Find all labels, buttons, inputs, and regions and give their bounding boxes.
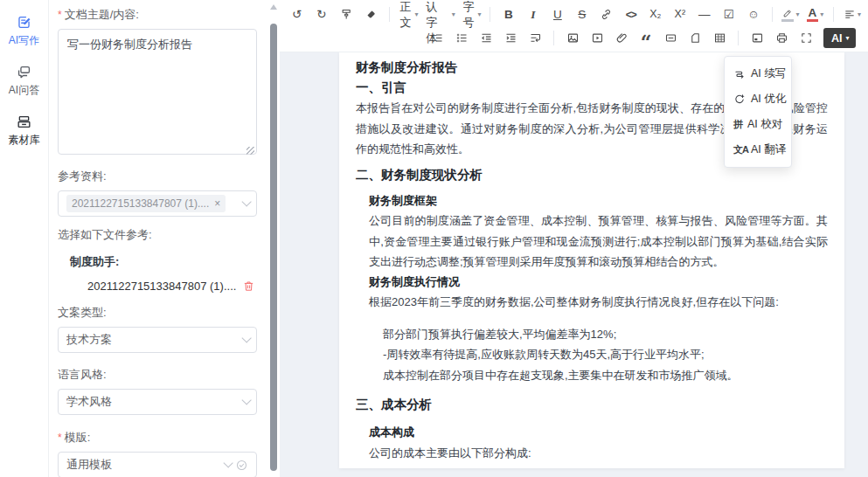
template-select[interactable]: 通用模板 — [58, 452, 257, 477]
link-button[interactable] — [596, 4, 617, 24]
emoji-button[interactable]: ☺ — [743, 4, 764, 24]
ai-continue-icon — [733, 68, 746, 80]
doc-heading: 三、成本分析 — [356, 395, 828, 415]
font-family-select-button[interactable]: 默认字体▾ — [422, 4, 456, 24]
indent-button[interactable] — [500, 28, 521, 48]
menu-item-ai-continue[interactable]: AI 续写 — [725, 61, 791, 86]
align-button[interactable]: ▾ — [842, 4, 863, 24]
eraser-button[interactable] — [360, 4, 381, 24]
editor-area: ↺↻正文▾默认字体▾字号▾BIUS<>X₂X²—☑☺▾A▾▾ “AI▾ 财务制度… — [280, 0, 868, 477]
caret-down-icon: ▾ — [414, 11, 418, 18]
menu-item-ai-optimize[interactable]: AI 优化 — [725, 86, 791, 112]
required-asterisk: * — [58, 9, 62, 21]
horizontal-rule-button[interactable]: — — [694, 4, 715, 24]
print-button[interactable] — [771, 28, 792, 48]
subscript-button[interactable]: X₂ — [645, 4, 666, 24]
blockquote-button[interactable]: “ — [635, 28, 656, 48]
panel-scrollbar[interactable] — [267, 0, 280, 477]
ai-optimize-icon — [733, 93, 746, 106]
menu-item-label: AI 翻译 — [751, 142, 786, 157]
divider-icon — [664, 31, 677, 45]
doc-paragraph: 根据2023年前三季度的财务数据,公司整体财务制度执行情况良好,但存在以下问题: — [369, 292, 828, 313]
ordered-list-button[interactable] — [451, 28, 472, 48]
ai-menu-label: AI — [830, 32, 844, 45]
caret-down-icon: ▾ — [858, 11, 861, 18]
bold-icon: B — [504, 9, 513, 21]
image-icon — [566, 31, 580, 45]
ai-qa-icon — [16, 64, 32, 80]
outdent-button[interactable] — [476, 28, 496, 48]
inline-code-button[interactable]: <> — [621, 4, 642, 24]
ai-menu-button[interactable]: AI▾ — [823, 28, 856, 48]
image-button[interactable] — [562, 28, 583, 48]
required-asterisk: * — [58, 432, 62, 444]
table-button[interactable] — [709, 28, 730, 48]
menu-item-ai-translate[interactable]: 文AAI 翻译 — [725, 137, 791, 162]
caret-down-icon: ▾ — [477, 11, 481, 18]
scroll-up-icon[interactable] — [270, 4, 277, 10]
style-select[interactable]: 学术风格 — [58, 389, 257, 415]
fullscreen-button[interactable] — [795, 28, 816, 48]
doc-type-label: 文案类型: — [58, 305, 257, 321]
font-size-select-button[interactable]: 字号▾ — [461, 4, 483, 24]
editor-canvas: 财务制度分析报告一、引言本报告旨在对公司的财务制度进行全面分析,包括财务制度的现… — [280, 52, 868, 477]
print-icon — [775, 31, 788, 45]
doc-type-select[interactable]: 技术方案 — [58, 327, 257, 353]
tag-close-icon[interactable]: × — [214, 197, 220, 210]
italic-button[interactable]: I — [523, 4, 544, 24]
embed-card-button[interactable] — [746, 28, 767, 48]
sidebar-item-ai-qa[interactable]: AI问答 — [9, 64, 39, 98]
chevron-down-icon — [241, 197, 251, 206]
highlight-color-button[interactable]: ▾ — [780, 4, 801, 24]
sidebar-item-ai-write[interactable]: AI写作 — [9, 14, 39, 48]
undo-button[interactable]: ↺ — [287, 4, 308, 24]
style-label: 语言风格: — [58, 367, 257, 383]
page-break-button[interactable] — [684, 28, 705, 48]
checkbox-icon: ☑ — [724, 9, 734, 21]
checkbox-button[interactable]: ☑ — [719, 4, 740, 24]
topic-input[interactable]: 写一份财务制度分析报告 — [58, 29, 257, 155]
paragraph-style-select-button[interactable]: 正文▾ — [398, 4, 420, 24]
doc-heading: 财务制度执行情况 — [369, 273, 828, 293]
superscript-button[interactable]: X² — [670, 4, 691, 24]
sidebar-item-label: 素材库 — [9, 133, 40, 148]
text-wrap-button[interactable] — [524, 28, 545, 48]
font-color-button[interactable]: A▾ — [804, 4, 825, 24]
eraser-icon — [365, 8, 378, 21]
scrollbar-thumb[interactable] — [270, 24, 277, 471]
caret-down-icon: ▾ — [795, 11, 799, 18]
video-button[interactable] — [587, 28, 608, 48]
underline-button[interactable]: U — [547, 4, 568, 24]
topic-label: * 文档主题/内容: — [58, 7, 257, 23]
embed-card-icon — [751, 31, 764, 45]
menu-item-label: AI 优化 — [751, 92, 786, 107]
divider-button[interactable] — [660, 28, 681, 48]
ai-proofread-icon: 拼 — [733, 118, 742, 131]
resize-handle-icon[interactable] — [247, 147, 254, 155]
highlight-color-icon — [781, 7, 794, 22]
doc-paragraph: 成本控制在部分项目中存在超支现象,主要集中在研发和市场推广领域。 — [383, 365, 828, 386]
assistant-label: 制度助手: — [70, 254, 257, 270]
editor-toolbar: ↺↻正文▾默认字体▾字号▾BIUS<>X₂X²—☑☺▾A▾▾ “AI▾ — [280, 0, 868, 52]
bullet-list-button[interactable] — [427, 28, 448, 48]
bold-button[interactable]: B — [498, 4, 519, 24]
outdent-icon — [480, 31, 493, 45]
sidebar: AI写作AI问答素材库 — [0, 0, 49, 477]
chevron-down-icon — [241, 395, 251, 404]
strikethrough-icon: S — [578, 9, 586, 21]
redo-button[interactable]: ↻ — [311, 4, 332, 24]
link-icon — [600, 8, 613, 21]
caret-down-icon: ▾ — [846, 35, 850, 42]
doc-paragraph: 部分部门预算执行偏差较大,平均偏差率为12%; — [383, 324, 828, 345]
horizontal-rule-icon: — — [698, 9, 711, 21]
menu-item-ai-proofread[interactable]: 拼AI 校对 — [725, 112, 791, 137]
sidebar-item-material-library[interactable]: 素材库 — [9, 114, 40, 148]
trash-icon[interactable] — [242, 280, 255, 293]
ai-dropdown-menu: AI 续写AI 优化拼AI 校对文AAI 翻译 — [724, 56, 792, 168]
format-painter-button[interactable] — [336, 4, 357, 24]
reference-select[interactable]: 2021122715133847807 (1).... × — [58, 190, 257, 217]
ai-write-icon — [16, 14, 32, 31]
attachment-button[interactable] — [611, 28, 632, 48]
sidebar-item-label: AI写作 — [9, 33, 39, 48]
strikethrough-button[interactable]: S — [572, 4, 593, 24]
